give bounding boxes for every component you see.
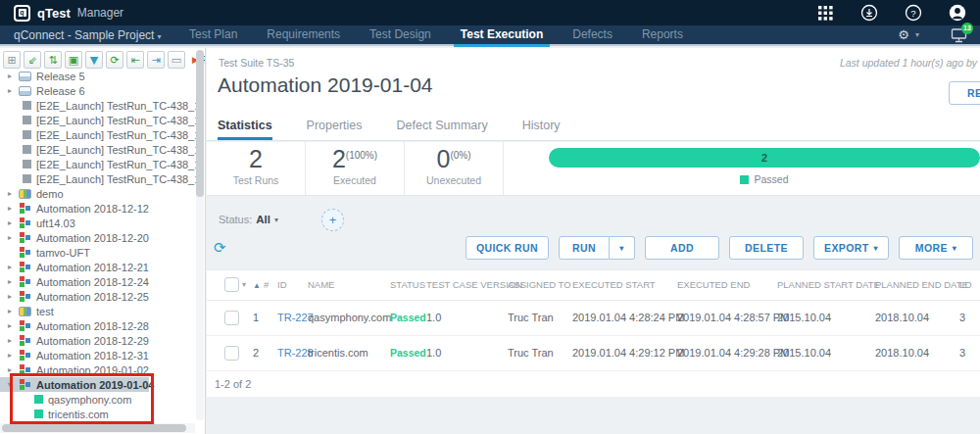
tab-history[interactable]: History <box>522 115 561 140</box>
col-planned-start[interactable]: PLANNED START DATE <box>777 270 875 300</box>
caret-down-icon[interactable]: ▾ <box>8 380 19 389</box>
toggle-panel-icon[interactable]: ⊞ <box>3 51 21 69</box>
import-icon[interactable]: ⇤ <box>126 51 144 69</box>
tree-item-automation-2018-12-21[interactable]: ▸Automation 2018-12-21 <box>0 260 196 274</box>
tree-vertical-scrollbar[interactable] <box>196 50 204 420</box>
col-num[interactable]: ▲# <box>253 270 277 300</box>
caret-right-icon[interactable]: ▸ <box>8 307 19 315</box>
col-assigned[interactable]: ASSIGNED TO <box>508 270 572 300</box>
tree-item-automation-2018-12-25[interactable]: ▸Automation 2018-12-25 <box>0 289 196 304</box>
gear-caret-icon[interactable]: ▾ <box>915 30 919 39</box>
table-row[interactable]: 2 TR-228 tricentis.com Passed 1.0 Truc T… <box>207 335 980 370</box>
tree-item-automation-2018-12-29[interactable]: ▸Automation 2018-12-29 <box>0 333 196 348</box>
add-node-icon[interactable]: ⇙ <box>24 51 41 69</box>
scrollbar-thumb[interactable] <box>196 50 204 197</box>
tree-item-automation-2018-12-12[interactable]: ▸Automation 2018-12-12 <box>0 201 196 216</box>
filter-icon[interactable]: ▼ <box>85 51 103 69</box>
tree-horizontal-scrollbar[interactable] <box>0 423 195 433</box>
tree-item-automation-2019-01-02[interactable]: ▸Automation 2019-01-02 <box>0 362 196 377</box>
col-version[interactable]: TEST CASE VERSION <box>426 270 508 300</box>
tree-item-testrun[interactable]: [E2E_Launch] TestRun_TC-438_154467612786… <box>0 171 196 186</box>
collapse-tree-icon[interactable]: ▣ <box>65 51 82 69</box>
caret-right-icon[interactable]: ▸ <box>8 292 19 301</box>
col-planned-end[interactable]: PLANNED END DATE <box>875 270 959 300</box>
tree-item-automation-2018-12-24[interactable]: ▸Automation 2018-12-24 <box>0 274 196 289</box>
refresh-tree-icon[interactable]: ⟳ <box>106 51 123 69</box>
add-filter-button[interactable]: + <box>321 209 344 231</box>
tree-item-automation-2018-12-28[interactable]: ▸Automation 2018-12-28 <box>0 318 196 333</box>
reload-button[interactable]: REL <box>949 81 980 105</box>
tree-item-tamvo-uft[interactable]: tamvo-UFT <box>0 245 196 260</box>
user-avatar-icon[interactable] <box>949 4 966 22</box>
caret-right-icon[interactable]: ▸ <box>8 189 19 198</box>
caret-right-icon[interactable]: ▸ <box>8 72 19 80</box>
scrollbar-thumb[interactable] <box>2 424 186 432</box>
tree-item-release-5[interactable]: ▸Release 5 <box>0 69 196 83</box>
col-log[interactable]: LO <box>959 270 980 300</box>
download-icon[interactable] <box>860 4 878 22</box>
tab-properties[interactable]: Properties <box>307 115 363 140</box>
tree-item-qasymphony-com[interactable]: qasymphony.com <box>0 392 196 407</box>
help-icon[interactable]: ? <box>905 4 922 22</box>
chevron-down-icon[interactable]: ▾ <box>274 216 278 224</box>
move-node-icon[interactable]: ⇅ <box>44 51 62 69</box>
select-dropdown-icon[interactable]: ▾ <box>242 280 246 289</box>
tree-item-testrun[interactable]: [E2E_Launch] TestRun_TC-438_154467612786… <box>0 157 196 171</box>
gear-icon[interactable]: ⚙ <box>898 27 909 42</box>
tree-item-automation-2019-01-04[interactable]: ▾Automation 2019-01-04 <box>0 377 149 392</box>
tree-item-testrun[interactable]: [E2E_Launch] TestRun_TC-438_154467612786… <box>0 127 196 142</box>
col-id[interactable]: ID <box>277 270 308 300</box>
project-selector[interactable]: qConnect - Sample Project▾ <box>0 28 174 42</box>
col-name[interactable]: NAME <box>308 270 390 300</box>
caret-right-icon[interactable]: ▸ <box>8 277 19 286</box>
apps-grid-icon[interactable] <box>816 4 834 22</box>
tree-item-automation-2018-12-20[interactable]: ▸Automation 2018-12-20 <box>0 230 196 245</box>
caret-right-icon[interactable]: ▸ <box>8 204 19 213</box>
select-all-checkbox[interactable] <box>224 277 239 292</box>
add-button[interactable]: ADD <box>645 236 719 260</box>
status-filter-value[interactable]: All <box>256 214 270 225</box>
nav-test-execution[interactable]: Test Execution <box>446 24 558 45</box>
nav-reports[interactable]: Reports <box>627 24 698 45</box>
tree-item-label: qasymphony.com <box>48 394 131 406</box>
tree-item-automation-2018-12-31[interactable]: ▸Automation 2018-12-31 <box>0 348 196 362</box>
tree-item-testrun[interactable]: [E2E_Launch] TestRun_TC-438_154467612786… <box>0 142 196 157</box>
tree-item-tricentis-com[interactable]: tricentis.com <box>0 407 196 421</box>
caret-right-icon[interactable]: ▸ <box>8 336 19 345</box>
tree-item-testrun[interactable]: [E2E_Launch] TestRun_TC-438_154467612786… <box>0 98 196 113</box>
tab-statistics[interactable]: Statistics <box>218 115 272 140</box>
quick-run-button[interactable]: QUICK RUN <box>466 236 549 260</box>
export-button[interactable]: EXPORT▾ <box>813 236 889 260</box>
caret-right-icon[interactable]: ▸ <box>8 218 19 227</box>
tree-item-test[interactable]: ▸test <box>0 304 196 318</box>
card-view-icon[interactable]: ▭ <box>168 51 185 69</box>
caret-right-icon[interactable]: ▸ <box>8 321 19 330</box>
nav-test-design[interactable]: Test Design <box>355 24 446 45</box>
col-exec-start[interactable]: EXECUTED START <box>572 270 677 300</box>
col-exec-end[interactable]: EXECUTED END <box>677 270 777 300</box>
export-icon[interactable]: ⇥ <box>147 51 165 69</box>
tree-item-uft14-03[interactable]: ▸uft14.03 <box>0 216 196 230</box>
caret-right-icon[interactable]: ▸ <box>8 86 19 95</box>
tree-item-demo[interactable]: ▸demo <box>0 186 196 201</box>
caret-right-icon[interactable]: ▸ <box>8 351 19 360</box>
caret-right-icon[interactable]: ▸ <box>8 233 19 242</box>
table-row[interactable]: 1 TR-227 qasymphony.com Passed 1.0 Truc … <box>207 300 980 335</box>
row-checkbox[interactable] <box>224 311 239 325</box>
tree-item-release-6[interactable]: ▸Release 6 <box>0 83 196 98</box>
refresh-grid-icon[interactable]: ⟳ <box>214 239 226 257</box>
nav-test-plan[interactable]: Test Plan <box>174 24 252 45</box>
caret-right-icon[interactable]: ▸ <box>8 365 19 374</box>
caret-right-icon[interactable]: ▸ <box>8 263 19 271</box>
col-status[interactable]: STATUS <box>390 270 426 300</box>
more-button[interactable]: MORE▾ <box>899 236 973 260</box>
nav-requirements[interactable]: Requirements <box>252 24 355 45</box>
tab-defect-summary[interactable]: Defect Summary <box>397 115 488 140</box>
run-dropdown-button[interactable]: ▾ <box>610 236 635 260</box>
row-checkbox[interactable] <box>224 346 239 361</box>
automation-host-icon[interactable]: 13 <box>951 27 968 43</box>
delete-button[interactable]: DELETE <box>729 236 804 260</box>
nav-defects[interactable]: Defects <box>558 24 627 45</box>
tree-item-testrun[interactable]: [E2E_Launch] TestRun_TC-438_154467612786… <box>0 113 196 127</box>
run-button[interactable]: RUN <box>559 236 610 260</box>
